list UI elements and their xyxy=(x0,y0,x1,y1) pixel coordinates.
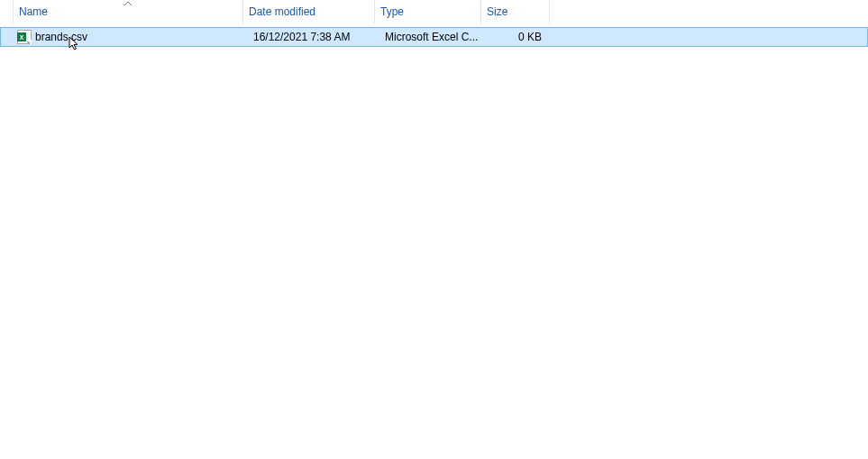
file-date-cell: 16/12/2021 7:38 AM xyxy=(244,28,376,46)
column-header-size[interactable]: Size xyxy=(481,0,550,23)
file-type: Microsoft Excel C... xyxy=(385,31,478,43)
column-header-label: Size xyxy=(487,5,507,18)
file-list-view: Name Date modified Type Size X a brands.… xyxy=(0,0,868,459)
column-header-label: Date modified xyxy=(249,5,315,18)
file-date: 16/12/2021 7:38 AM xyxy=(253,31,350,43)
excel-csv-icon: X a xyxy=(17,30,32,44)
file-size: 0 KB xyxy=(518,31,542,43)
column-header-row: Name Date modified Type Size xyxy=(0,0,868,23)
column-header-date[interactable]: Date modified xyxy=(243,0,375,23)
column-header-label: Name xyxy=(19,5,48,18)
file-name-cell: X a brands.csv xyxy=(14,28,244,46)
sort-ascending-icon xyxy=(124,0,132,8)
column-header-type[interactable]: Type xyxy=(375,0,481,23)
column-header-name[interactable]: Name xyxy=(13,0,243,23)
file-type-cell: Microsoft Excel C... xyxy=(376,28,482,46)
file-row[interactable]: X a brands.csv 16/12/2021 7:38 AM Micros… xyxy=(0,27,868,47)
column-header-label: Type xyxy=(380,5,404,18)
file-name: brands.csv xyxy=(35,31,87,43)
file-size-cell: 0 KB xyxy=(482,28,551,46)
